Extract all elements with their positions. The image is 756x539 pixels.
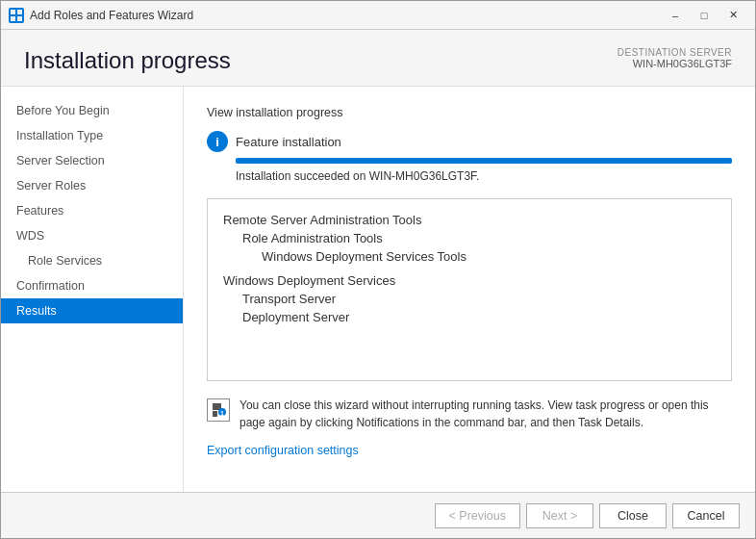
sidebar-item-role-services: Role Services	[1, 248, 183, 273]
body-area: Before You Begin Installation Type Serve…	[1, 87, 755, 492]
previous-button[interactable]: < Previous	[435, 503, 520, 528]
feature-item-5: Deployment Server	[242, 308, 716, 326]
progress-bar-fill	[236, 158, 732, 164]
destination-server-info: DESTINATION SERVER WIN-MH0G36LGT3F	[617, 47, 732, 69]
title-bar: Add Roles and Features Wizard – □ ✕	[1, 1, 755, 30]
minimize-button[interactable]: –	[661, 6, 690, 25]
main-content: View installation progress i Feature ins…	[184, 87, 755, 492]
svg-rect-3	[17, 16, 22, 21]
wizard-window: Add Roles and Features Wizard – □ ✕ Inst…	[0, 0, 756, 539]
window-controls: – □ ✕	[661, 6, 747, 25]
progress-bar-container	[236, 158, 732, 164]
progress-block: i Feature installation Installation succ…	[207, 131, 732, 183]
window-title: Add Roles and Features Wizard	[30, 9, 661, 22]
sidebar-item-results: Results	[1, 298, 183, 323]
feature-item-1: Role Administration Tools	[242, 229, 716, 247]
footer: < Previous Next > Close Cancel	[1, 492, 755, 538]
feature-item-4: Transport Server	[242, 290, 716, 308]
sidebar-item-wds: WDS	[1, 223, 183, 248]
feature-item-3: Windows Deployment Services	[223, 271, 716, 290]
sidebar-item-server-roles: Server Roles	[1, 173, 183, 198]
svg-rect-0	[11, 10, 15, 14]
feature-item-0: Remote Server Administration Tools	[223, 211, 716, 229]
svg-text:1: 1	[220, 410, 224, 417]
sidebar-item-installation-type: Installation Type	[1, 123, 183, 148]
sidebar-item-features: Features	[1, 198, 183, 223]
progress-status: Installation succeeded on WIN-MH0G36LGT3…	[236, 169, 732, 183]
page-header: Installation progress DESTINATION SERVER…	[1, 30, 755, 87]
feature-item-2: Windows Deployment Services Tools	[262, 247, 716, 266]
sidebar-item-confirmation: Confirmation	[1, 273, 183, 298]
page-title: Installation progress	[24, 47, 231, 74]
close-button[interactable]: Close	[599, 503, 667, 528]
destination-label: DESTINATION SERVER	[617, 47, 732, 58]
progress-header: i Feature installation	[207, 131, 732, 152]
sidebar-item-server-selection: Server Selection	[1, 148, 183, 173]
notification-block: 1 You can close this wizard without inte…	[207, 397, 732, 431]
info-icon: i	[207, 131, 228, 152]
section-label: View installation progress	[207, 106, 732, 119]
destination-value: WIN-MH0G36LGT3F	[617, 58, 732, 69]
cancel-button[interactable]: Cancel	[672, 503, 740, 528]
notification-text: You can close this wizard without interr…	[239, 397, 732, 431]
close-window-button[interactable]: ✕	[718, 6, 747, 25]
sidebar: Before You Begin Installation Type Serve…	[1, 87, 184, 492]
progress-title: Feature installation	[236, 135, 341, 149]
features-box: Remote Server Administration Tools Role …	[207, 198, 732, 381]
maximize-button[interactable]: □	[690, 6, 718, 25]
export-configuration-link[interactable]: Export configuration settings	[207, 444, 359, 457]
svg-rect-5	[213, 411, 217, 417]
sidebar-item-before-you-begin: Before You Begin	[1, 98, 183, 123]
notification-icon: 1	[207, 398, 230, 422]
next-button[interactable]: Next >	[526, 503, 593, 528]
svg-rect-2	[11, 16, 15, 21]
app-icon	[9, 8, 24, 23]
svg-rect-1	[17, 10, 22, 14]
